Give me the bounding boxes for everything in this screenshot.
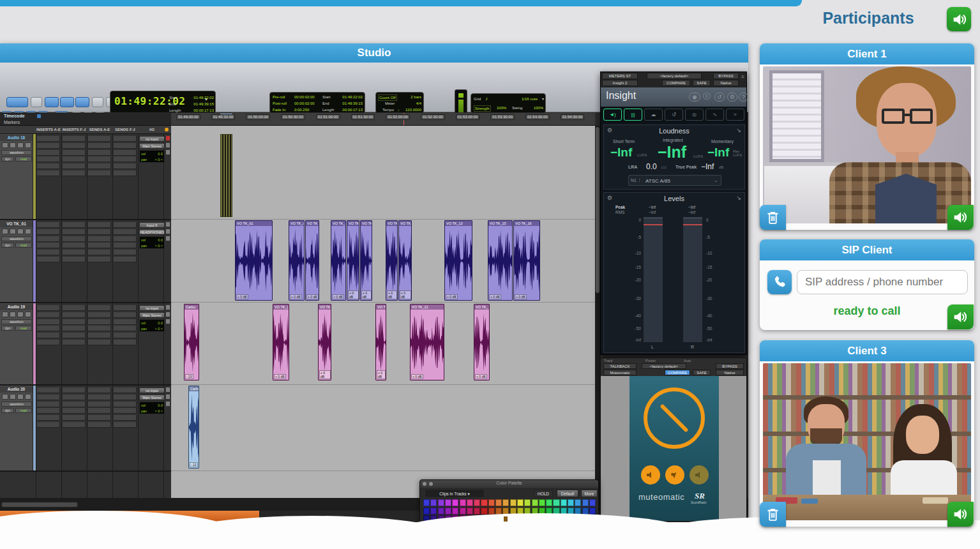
track-mini-button[interactable] [165, 305, 170, 310]
send-slot[interactable] [88, 312, 111, 318]
io-output-selector[interactable]: Main Stereo [139, 395, 165, 400]
send-slot[interactable] [114, 243, 137, 248]
insert-slot[interactable] [37, 222, 60, 228]
dyn-selector[interactable]: dyn [1, 326, 14, 331]
send-slot[interactable] [88, 136, 111, 142]
send-slot[interactable] [114, 136, 137, 142]
track-mini-button[interactable] [165, 149, 170, 155]
send-slot[interactable] [114, 312, 137, 318]
io-input-selector[interactable]: no input [139, 305, 165, 311]
palette-swatch[interactable] [589, 499, 596, 506]
send-slot[interactable] [88, 305, 111, 311]
insert-slot[interactable] [37, 305, 60, 311]
insert-slot[interactable] [63, 312, 86, 318]
insight-preset-selector[interactable]: <factory default> [647, 73, 702, 79]
audio-clip[interactable]: VO TK_0+ 0 dB [289, 220, 305, 301]
insert-slot[interactable] [37, 402, 60, 407]
palette-swatch[interactable] [467, 499, 473, 506]
record-enable-button[interactable] [2, 229, 8, 234]
input-monitor-button[interactable] [10, 312, 16, 317]
client3-remove-button[interactable] [760, 502, 786, 527]
insert-slot[interactable] [63, 170, 86, 176]
insight-menu-icon[interactable]: ≡ [741, 74, 744, 80]
insert-slot[interactable] [63, 340, 86, 345]
send-slot[interactable] [114, 170, 137, 176]
send-slot[interactable] [88, 236, 111, 242]
insert-slot[interactable] [63, 305, 86, 311]
grid-display[interactable]: Grid ♪ 1/16 note ▾ Strength 100% Swing 1… [471, 93, 546, 114]
track-mini-button[interactable] [165, 135, 170, 141]
participants-speaker-button[interactable] [947, 7, 971, 31]
track-header-audio-20[interactable]: Audio 20waveformdynread [0, 386, 33, 470]
io-input-selector[interactable]: no input [139, 387, 165, 393]
client1-speaker-button[interactable] [947, 205, 974, 230]
record-enable-button[interactable] [2, 394, 8, 400]
send-slot[interactable] [88, 250, 111, 255]
solo-button[interactable] [17, 312, 24, 317]
palette-swatch[interactable] [502, 515, 509, 522]
tempo-display[interactable]: Count Off 2 bars Meter 4/4 Tempo ♩ 120.0… [375, 92, 424, 114]
send-slot[interactable] [114, 422, 137, 428]
track-mini-button[interactable] [165, 319, 170, 324]
audio-clip[interactable]: VO TK_12+ 0 dB [410, 304, 444, 380]
automation-mode-selector[interactable]: read [15, 156, 32, 162]
solo-button[interactable] [17, 142, 24, 148]
palette-swatch[interactable] [553, 499, 559, 506]
send-slot[interactable] [88, 395, 111, 400]
send-slot[interactable] [88, 229, 111, 235]
palette-swatch[interactable] [423, 499, 430, 506]
io-output-selector[interactable]: HEADPHONES [139, 229, 165, 235]
send-slot[interactable] [114, 150, 137, 156]
send-slot[interactable] [114, 333, 137, 338]
insert-slot[interactable] [37, 156, 60, 162]
track-header-vo-tk-01[interactable]: VO TK_01waveformdynread [0, 220, 33, 302]
insert-slot[interactable] [63, 150, 86, 156]
history-icon[interactable]: ↺ [714, 93, 725, 102]
insert-slot[interactable] [37, 257, 60, 262]
palette-swatch[interactable] [488, 508, 495, 515]
send-slot[interactable] [88, 156, 111, 162]
gear-icon[interactable]: ⚙ [727, 93, 737, 102]
insight-safe-button[interactable]: SAFE [693, 80, 711, 86]
mute-button[interactable] [25, 394, 31, 400]
mute-dial[interactable] [644, 387, 705, 449]
palette-swatch[interactable] [445, 508, 451, 515]
palette-swatch[interactable] [495, 499, 502, 506]
input-monitor-button[interactable] [10, 142, 16, 148]
io-output-selector[interactable]: Main Stereo [139, 143, 165, 149]
palette-swatch[interactable] [474, 499, 480, 506]
loudness-expand-icon[interactable]: ↘ [736, 127, 741, 133]
insight-track-selector[interactable]: METERS ST [602, 73, 638, 79]
insert-slot[interactable] [37, 236, 60, 242]
ruler-row-markers[interactable]: Markers [4, 120, 20, 124]
palette-source-select[interactable]: Clips in Tracks ▾ [425, 490, 484, 497]
insert-slot[interactable] [63, 236, 86, 242]
send-slot[interactable] [114, 387, 137, 393]
palette-swatch[interactable] [589, 508, 596, 515]
palette-swatch[interactable] [438, 508, 444, 515]
automation-mode-selector[interactable]: read [15, 243, 32, 248]
mm-track-selector[interactable]: TALKBACK [603, 363, 637, 369]
audio-clip[interactable]: VO TK_(+ 0 dB [273, 304, 289, 380]
palette-swatch[interactable] [502, 499, 509, 506]
palette-swatch[interactable] [561, 499, 567, 506]
palette-swatch[interactable] [532, 499, 538, 506]
audio-clip[interactable]: VO TK+ 0 dB [347, 220, 359, 301]
levels-expand-icon[interactable]: ↘ [736, 195, 741, 201]
insert-slot[interactable] [37, 250, 60, 255]
insert-slot[interactable] [63, 395, 86, 400]
palette-swatch[interactable] [430, 508, 437, 515]
io-input-selector[interactable]: no input [139, 136, 165, 142]
send-slot[interactable] [88, 319, 111, 325]
audio-clip[interactable]: VO TK+ 0 dB [375, 304, 386, 380]
insert-slot[interactable] [63, 229, 86, 235]
mute-button-2[interactable] [665, 465, 684, 485]
insert-slot[interactable] [37, 387, 60, 393]
automation-mode-selector[interactable]: read [15, 326, 32, 331]
send-slot[interactable] [88, 408, 111, 414]
io-input-selector[interactable]: Input 5 [139, 222, 165, 228]
palette-swatch[interactable] [546, 499, 552, 506]
loudness-standard-select[interactable]: N1 ATSC A/85 ⌄ [628, 175, 721, 186]
client3-speaker-button[interactable] [947, 502, 974, 527]
audio-clip[interactable]: Carbo- 23 [188, 386, 199, 469]
